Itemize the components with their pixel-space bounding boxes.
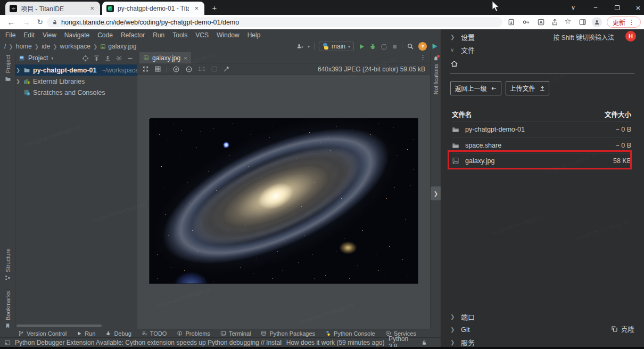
- color-picker-icon[interactable]: [223, 66, 230, 72]
- menu-navigate[interactable]: Navigate: [64, 31, 89, 39]
- menu-vcs[interactable]: VCS: [195, 31, 209, 39]
- toolwindow-run[interactable]: Run: [77, 330, 95, 337]
- url-text: hongxi.titanide.cn/ide/web/coding/py-cha…: [61, 19, 239, 26]
- horizontal-scrollbar[interactable]: [16, 324, 102, 327]
- address-bar[interactable]: hongxi.titanide.cn/ide/web/coding/py-cha…: [47, 17, 502, 27]
- password-key-icon[interactable]: [522, 18, 531, 27]
- breadcrumb-ide[interactable]: ide: [42, 43, 50, 50]
- section-files[interactable]: 文件: [441, 43, 644, 56]
- toolwindow-version-control[interactable]: Version Control: [18, 330, 67, 337]
- browser-tab-demo[interactable]: py-chatgpt-demo-01 - TitanID ×: [102, 2, 204, 15]
- chrome-update-button[interactable]: 更新: [607, 17, 641, 28]
- actual-size-button[interactable]: 1:1: [198, 66, 205, 72]
- save-page-icon[interactable]: [507, 18, 516, 27]
- mouse-cursor: [492, 1, 500, 12]
- back-parent-button[interactable]: 返回上一级: [450, 81, 501, 95]
- upload-file-button[interactable]: 上传文件: [506, 81, 549, 95]
- tree-row-project-root[interactable]: py-chatgpt-demo-01 ~/workspace/py-chatgp…: [15, 64, 137, 76]
- browser-tab-project[interactable]: 项目 - TitanIDE ×: [5, 2, 100, 15]
- services-section-label: 服务: [461, 337, 475, 347]
- forward-icon[interactable]: →: [19, 15, 33, 29]
- window-maximize-button[interactable]: [607, 0, 627, 15]
- profiler-button[interactable]: [381, 43, 387, 50]
- window-minimize-button[interactable]: [585, 0, 606, 15]
- chevron-right-icon[interactable]: [15, 68, 21, 73]
- menu-refactor[interactable]: Refactor: [121, 31, 145, 39]
- zoom-in-icon[interactable]: [172, 66, 180, 73]
- home-icon[interactable]: [450, 60, 458, 68]
- git-clone-button[interactable]: 克隆: [611, 324, 634, 334]
- stop-button[interactable]: [392, 44, 398, 50]
- breadcrumb-file[interactable]: galaxy.jpg: [108, 43, 136, 50]
- menu-file[interactable]: File: [5, 31, 15, 39]
- expand-all-icon[interactable]: [93, 55, 100, 62]
- toolwindow-problems[interactable]: Problems: [177, 330, 210, 337]
- browser-menu-kebab-icon[interactable]: [628, 18, 635, 26]
- section-ports[interactable]: 端口: [441, 310, 644, 323]
- stripe-project-button[interactable]: Project: [0, 55, 15, 82]
- file-row-folder[interactable]: py-chatgpt-demo-01 ~ 0 B: [452, 121, 631, 137]
- translate-icon[interactable]: [536, 18, 546, 27]
- chevron-down-icon[interactable]: ▾: [51, 56, 53, 61]
- tree-row-scratches[interactable]: Scratches and Consoles: [15, 87, 137, 98]
- status-message[interactable]: Python Debugger Extension Available: Cyt…: [15, 339, 282, 346]
- tree-row-external-libraries[interactable]: External Libraries: [15, 76, 137, 87]
- ide-update-icon[interactable]: [418, 42, 427, 51]
- user-avatar[interactable]: H: [625, 31, 636, 42]
- menu-tools[interactable]: Tools: [172, 31, 187, 39]
- window-close-button[interactable]: [628, 0, 644, 15]
- menu-code[interactable]: Code: [97, 31, 113, 39]
- menu-help[interactable]: Help: [247, 31, 261, 39]
- stripe-notifications-button[interactable]: Notifications: [431, 55, 441, 94]
- ime-hint: 按 Shift 键切换输入法: [553, 33, 614, 42]
- stripe-bookmarks-button[interactable]: Bookmarks: [0, 291, 15, 329]
- locate-file-icon[interactable]: [82, 55, 89, 62]
- titanide-plugin-icon[interactable]: [431, 43, 439, 50]
- toolwindow-python-console[interactable]: Python Console: [325, 330, 375, 337]
- reload-icon[interactable]: ↻: [33, 15, 47, 29]
- stripe-expand-button[interactable]: [431, 186, 441, 200]
- breadcrumb-workspace[interactable]: workspace: [60, 43, 90, 50]
- code-with-me-icon[interactable]: [296, 43, 303, 50]
- collapse-all-icon[interactable]: [104, 55, 111, 62]
- toolwindow-terminal[interactable]: Terminal: [220, 330, 251, 337]
- tab-close-icon[interactable]: ×: [88, 4, 96, 12]
- browser-profile-icon[interactable]: [592, 17, 602, 27]
- side-panel-icon[interactable]: [578, 18, 587, 27]
- fit-selection-icon[interactable]: [211, 66, 218, 72]
- stripe-structure-button[interactable]: Structure: [0, 248, 15, 281]
- menu-edit[interactable]: Edit: [23, 31, 35, 39]
- back-icon[interactable]: ←: [4, 15, 18, 29]
- bookmark-star-icon[interactable]: ☆: [564, 17, 573, 26]
- hide-panel-icon[interactable]: [127, 55, 134, 62]
- share-icon[interactable]: [550, 18, 559, 27]
- tab-close-icon[interactable]: ×: [193, 4, 200, 12]
- new-tab-button[interactable]: [210, 3, 219, 12]
- grid-toggle-icon[interactable]: [154, 66, 161, 72]
- breadcrumb-home[interactable]: home: [16, 43, 32, 50]
- menu-window[interactable]: Window: [217, 31, 240, 39]
- menu-view[interactable]: View: [43, 31, 56, 39]
- zoom-out-icon[interactable]: [185, 66, 193, 73]
- run-button[interactable]: [358, 43, 365, 50]
- settings-gear-icon[interactable]: [115, 55, 122, 62]
- tab-search-chevron-icon[interactable]: [563, 0, 583, 15]
- debug-button[interactable]: [369, 43, 376, 50]
- editor-tab-galaxy[interactable]: galaxy.jpg ×: [139, 52, 191, 63]
- menu-run[interactable]: Run: [153, 31, 164, 39]
- column-filesize[interactable]: 文件大小: [605, 109, 631, 121]
- column-filename[interactable]: 文件名: [452, 109, 472, 121]
- toolwindow-switcher-icon[interactable]: [4, 339, 11, 346]
- zoom-to-fit-icon[interactable]: [142, 66, 149, 72]
- chevron-right-icon[interactable]: [15, 79, 21, 84]
- run-configuration-select[interactable]: main ▾: [319, 42, 354, 51]
- editor-options-kebab-icon[interactable]: [419, 53, 426, 61]
- toolwindow-debug[interactable]: Debug: [105, 330, 131, 337]
- status-secondary-link[interactable]: How does it work (59 minutes ago): [286, 339, 384, 346]
- toolwindow-python-packages[interactable]: Python Packages: [261, 330, 315, 337]
- project-panel-title[interactable]: Project: [28, 54, 48, 62]
- tab-close-icon[interactable]: ×: [184, 55, 187, 61]
- breadcrumb-root[interactable]: /: [4, 43, 6, 50]
- search-everywhere-icon[interactable]: [407, 43, 414, 50]
- toolwindow-todo[interactable]: TODO: [142, 330, 167, 337]
